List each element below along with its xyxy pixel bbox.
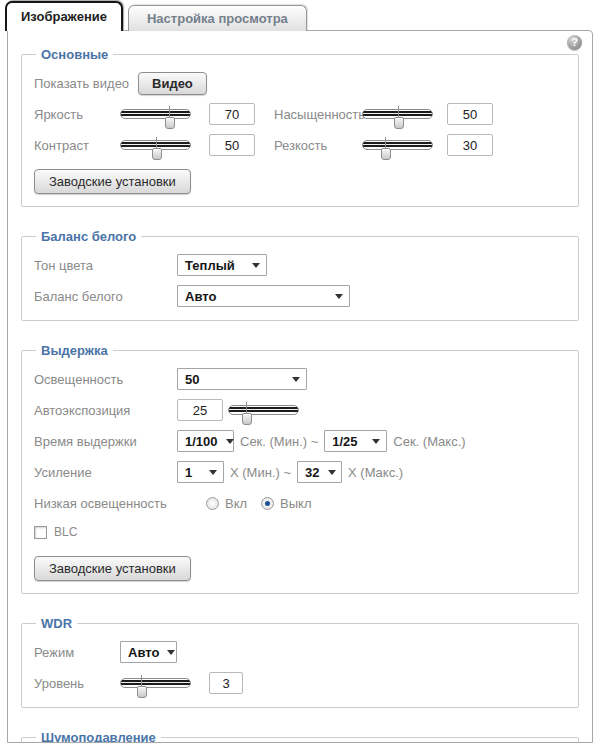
brightness-input[interactable]: [209, 103, 255, 125]
select-value: 50: [185, 372, 199, 387]
brightness-label: Яркость: [34, 107, 120, 122]
sharpness-label: Резкость: [274, 138, 362, 153]
low-light-on-radio[interactable]: [206, 497, 219, 510]
sharpness-slider[interactable]: [362, 139, 433, 152]
gain-row: Усиление 1 X (Мин.) ~ 32 X (Макс.): [34, 460, 566, 484]
contrast-sharpness-row: Контраст Резкость: [34, 133, 566, 157]
chevron-down-icon: [252, 263, 260, 272]
help-icon[interactable]: ?: [567, 35, 582, 50]
select-value: Теплый: [185, 258, 235, 273]
color-tone-select[interactable]: Теплый: [177, 254, 267, 276]
color-tone-label: Тон цвета: [34, 258, 177, 273]
section-wdr-legend: WDR: [36, 616, 77, 631]
section-wdr: WDR Режим Авто Уровень: [21, 616, 579, 708]
select-value: 1/100: [185, 434, 218, 449]
chevron-down-icon: [292, 377, 300, 386]
show-video-row: Показать видео Видео: [34, 71, 566, 95]
contrast-label: Контраст: [34, 138, 120, 153]
section-exposure-legend: Выдержка: [36, 343, 113, 358]
brightness-saturation-row: Яркость Насыщенность: [34, 102, 566, 126]
wdr-mode-row: Режим Авто: [34, 640, 566, 664]
chevron-down-icon: [226, 439, 234, 448]
chevron-down-icon: [372, 439, 380, 448]
illumination-select[interactable]: 50: [177, 368, 307, 390]
contrast-slider[interactable]: [120, 139, 191, 152]
gain-max-unit: X (Макс.): [348, 465, 403, 480]
section-white-balance-legend: Баланс белого: [36, 229, 141, 244]
illumination-label: Освещенность: [34, 372, 177, 387]
image-settings-panel: ? Основные Показать видео Видео Яркость …: [7, 30, 593, 743]
chevron-down-icon: [335, 294, 343, 303]
section-white-balance: Баланс белого Тон цвета Теплый Баланс бе…: [21, 229, 579, 321]
gain-min-select[interactable]: 1: [177, 461, 224, 483]
color-tone-row: Тон цвета Теплый: [34, 253, 566, 277]
chevron-down-icon: [209, 470, 217, 479]
wdr-level-input[interactable]: [209, 672, 243, 694]
shutter-min-select[interactable]: 1/100: [177, 430, 234, 452]
exposure-factory-row: Заводские установки: [34, 556, 566, 581]
chevron-down-icon: [167, 650, 175, 659]
auto-exposure-label: Автоэкспозиция: [34, 403, 177, 418]
slider-thumb[interactable]: [165, 117, 175, 129]
low-light-on-label: Вкл: [225, 496, 247, 511]
gain-min-unit: X (Мин.) ~: [230, 465, 291, 480]
blc-label: BLC: [54, 525, 77, 539]
low-light-off-label: Выкл: [280, 496, 311, 511]
blc-row: BLC: [34, 520, 566, 544]
low-light-off-radio[interactable]: [261, 497, 274, 510]
brightness-slider[interactable]: [120, 108, 191, 121]
saturation-slider[interactable]: [362, 108, 433, 121]
wdr-mode-label: Режим: [34, 645, 120, 660]
wdr-level-label: Уровень: [34, 676, 120, 691]
slider-track: [120, 678, 191, 688]
wdr-level-slider[interactable]: [120, 677, 191, 690]
auto-exposure-input[interactable]: [177, 399, 223, 421]
shutter-max-select[interactable]: 1/25: [324, 430, 387, 452]
shutter-time-label: Время выдержки: [34, 434, 177, 449]
slider-track: [120, 109, 191, 119]
gain-label: Усиление: [34, 465, 177, 480]
tab-bar: Изображение Настройка просмотра: [0, 0, 600, 31]
blc-checkbox[interactable]: [34, 526, 47, 539]
white-balance-label: Баланс белого: [34, 289, 177, 304]
slider-track: [362, 140, 433, 150]
sharpness-input[interactable]: [447, 134, 493, 156]
slider-thumb[interactable]: [152, 148, 162, 160]
slider-thumb[interactable]: [137, 686, 147, 698]
slider-thumb[interactable]: [381, 148, 391, 160]
illumination-row: Освещенность 50: [34, 367, 566, 391]
white-balance-row: Баланс белого Авто: [34, 284, 566, 308]
auto-exposure-slider[interactable]: [228, 404, 299, 417]
factory-defaults-button[interactable]: Заводские установки: [34, 556, 191, 581]
low-light-row: Низкая освещенность Вкл Выкл: [34, 491, 566, 515]
section-basic-legend: Основные: [36, 47, 113, 62]
saturation-label: Насыщенность: [274, 107, 362, 122]
chevron-down-icon: [328, 470, 336, 479]
select-value: 1: [185, 465, 192, 480]
section-noise-reduction-legend: Шумоподавление: [36, 730, 161, 743]
shutter-time-row: Время выдержки 1/100 Сек. (Мин.) ~ 1/25 …: [34, 429, 566, 453]
wdr-mode-select[interactable]: Авто: [120, 641, 177, 663]
contrast-input[interactable]: [209, 134, 255, 156]
wdr-level-row: Уровень: [34, 671, 566, 695]
low-light-label: Низкая освещенность: [34, 496, 206, 511]
factory-defaults-button[interactable]: Заводские установки: [34, 169, 191, 194]
shutter-max-unit: Сек. (Макс.): [393, 434, 465, 449]
show-video-label: Показать видео: [34, 76, 138, 91]
select-value: Авто: [185, 289, 216, 304]
white-balance-select[interactable]: Авто: [177, 285, 350, 307]
section-noise-reduction: Шумоподавление Режим Выкл: [21, 730, 579, 743]
tab-view-settings[interactable]: Настройка просмотра: [128, 5, 307, 31]
shutter-min-unit: Сек. (Мин.) ~: [240, 434, 318, 449]
video-button[interactable]: Видео: [138, 72, 207, 95]
tab-image[interactable]: Изображение: [5, 1, 123, 31]
section-basic: Основные Показать видео Видео Яркость На…: [21, 47, 579, 207]
slider-thumb[interactable]: [394, 117, 404, 129]
select-value: Авто: [128, 645, 159, 660]
slider-track: [228, 405, 299, 415]
gain-max-select[interactable]: 32: [297, 461, 342, 483]
slider-thumb[interactable]: [242, 413, 252, 425]
select-value: 32: [305, 465, 319, 480]
saturation-input[interactable]: [447, 103, 493, 125]
select-value: 1/25: [332, 434, 357, 449]
